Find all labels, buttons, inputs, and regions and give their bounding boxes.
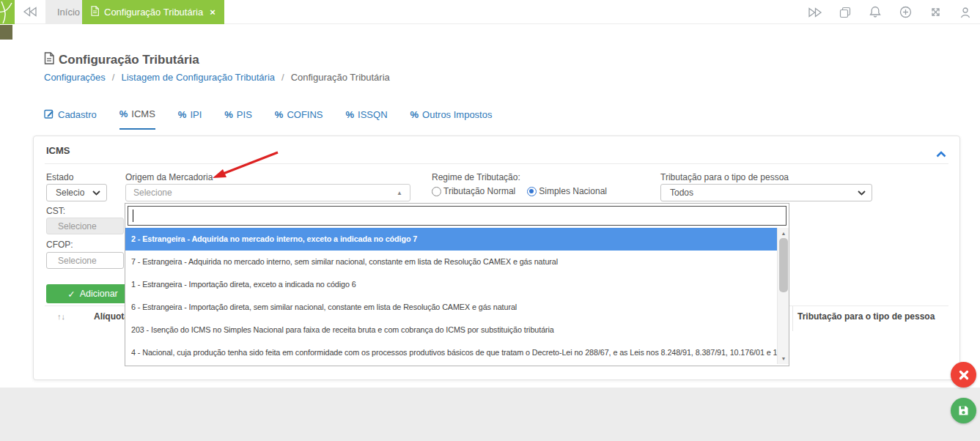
percent-icon: % [410,109,419,120]
cst-label: CST: [46,206,65,216]
tab-label: Configuração Tributária [104,7,203,18]
tax-tab-bar: Cadastro % ICMS % IPI % PIS % COFINS % I… [44,108,492,130]
dropdown-option[interactable]: 203 - Isenção do ICMS no Simples Naciona… [125,319,777,341]
breadcrumb-current: Configuração Tributária [291,72,390,83]
chevron-down-icon [858,188,866,198]
cfop-label: CFOP: [46,240,73,250]
add-plus-icon[interactable] [898,5,913,20]
breadcrumb-separator: / [281,72,284,83]
tab-label: ICMS [131,108,155,119]
radio-circle-icon [527,187,537,196]
origem-select-placeholder: Selecione [133,188,172,198]
scrollbar-thumb[interactable] [779,238,788,292]
chevron-up-icon[interactable] [936,147,946,160]
cfop-select[interactable]: Selecione [46,252,124,269]
radio-label: Tributação Normal [443,186,515,196]
radio-label: Simples Nacional [539,186,607,196]
breadcrumb: Configurações / Listagem de Configuração… [44,72,390,83]
sidebar-edge [0,25,12,40]
breadcrumb-link-configuracoes[interactable]: Configurações [44,72,106,83]
tab-pis[interactable]: % PIS [224,108,252,130]
notifications-bell-icon[interactable] [868,5,883,20]
tab-label: PIS [237,109,252,120]
regime-radio-group: Tributação Normal Simples Nacional [432,186,607,196]
estado-label: Estado [46,172,73,182]
radio-simples-nacional[interactable]: Simples Nacional [527,186,607,196]
triangle-up-icon: ▲ [397,190,402,196]
dropdown-option[interactable]: 4 - Nacional, cuja produção tenha sido f… [125,341,777,364]
tab-label: Cadastro [58,109,97,120]
origem-search-input[interactable] [128,206,786,226]
scroll-down-icon[interactable]: ▼ [778,356,789,361]
dropdown-option[interactable]: 2 - Estrangeira - Adquirida no mercado i… [125,228,777,251]
chevron-down-icon [92,188,100,198]
tipo-pessoa-select-value: Todos [670,188,693,198]
tab-cofins[interactable]: % COFINS [275,108,323,130]
topbar-icon-group [808,0,973,24]
text-caret [133,210,133,222]
dropdown-scrollbar[interactable]: ▲ ▼ [777,228,789,364]
breadcrumb-link-listagem[interactable]: Listagem de Configuração Tributária [121,72,275,83]
tab-cadastro[interactable]: Cadastro [44,108,97,130]
cancel-button[interactable] [951,362,976,388]
cst-select: Selecione [46,218,124,234]
dropdown-option[interactable]: 1 - Estrangeira - Importação direta, exc… [125,273,777,296]
user-profile-icon[interactable] [958,5,973,20]
estado-select[interactable]: Selecio [46,184,107,201]
close-tab-icon[interactable]: × [210,7,215,18]
sort-arrows-icon[interactable]: ↑↓ [57,312,65,321]
document-icon [91,6,99,18]
tab-label: ISSQN [358,109,387,120]
check-icon: ✓ [67,289,75,300]
tab-label: COFINS [287,109,323,120]
scroll-up-icon[interactable]: ▲ [778,231,789,236]
origem-mercadoria-select[interactable]: Selecione ▲ [125,184,410,201]
save-disk-icon [957,404,970,417]
app-logo [0,0,15,24]
save-button[interactable] [951,398,976,423]
percent-icon: % [275,109,284,120]
percent-icon: % [178,109,187,120]
tab-label: Outros Impostos [422,109,492,120]
tab-outros-impostos[interactable]: % Outros Impostos [410,108,493,130]
cst-select-placeholder: Selecione [58,221,97,231]
regime-tributacao-label: Regime de Tributação: [432,172,520,182]
origem-mercadoria-label: Origem da Mercadoria [125,172,213,182]
close-icon [958,369,970,381]
dropdown-option[interactable]: 7 - Estrangeira - Adquirida no mercado i… [125,251,777,273]
app-window: Início Configuração Tributária × [0,0,980,441]
table-header-aliquota: Alíquota [94,311,129,322]
top-bar: Início Configuração Tributária × [0,0,980,24]
edit-pencil-icon [44,108,54,121]
percent-icon: % [119,108,128,119]
windows-icon[interactable] [838,5,852,20]
tab-icms[interactable]: % ICMS [119,108,155,130]
tab-configuracao-tributaria[interactable]: Configuração Tributária × [82,0,224,24]
document-icon [44,52,54,68]
tab-ipi[interactable]: % IPI [178,108,202,130]
tipo-pessoa-select[interactable]: Todos [660,184,872,201]
tab-label: IPI [190,109,202,120]
cfop-select-placeholder: Selecione [58,256,97,266]
adicionar-button-label: Adicionar [80,289,118,299]
origem-mercadoria-dropdown: 2 - Estrangeira - Adquirida no mercado i… [125,203,789,366]
radio-circle-icon [432,187,441,196]
page-title: Configuração Tributária [44,52,199,68]
tab-issqn[interactable]: % ISSQN [346,108,388,130]
fullscreen-expand-icon[interactable] [928,5,943,20]
table-column-separator [792,306,793,331]
footer-area [0,388,980,441]
percent-icon: % [346,109,355,120]
divider [45,163,948,164]
dropdown-option[interactable]: 6 - Estrangeira - Importação direta, sem… [125,296,777,319]
breadcrumb-separator: / [112,72,115,83]
panel-title: ICMS [46,145,70,156]
percent-icon: % [224,109,233,120]
radio-tributacao-normal[interactable]: Tributação Normal [432,186,515,196]
collapse-tabs-icon[interactable] [23,7,37,20]
tipo-pessoa-label: Tributação para o tipo de pessoa [660,172,789,182]
estado-select-value: Selecio [56,188,84,198]
table-header-tipo-pessoa: Tributação para o tipo de pessoa [797,311,935,322]
origem-options-list: 2 - Estrangeira - Adquirida no mercado i… [125,228,777,364]
fast-forward-icon[interactable] [808,5,822,20]
